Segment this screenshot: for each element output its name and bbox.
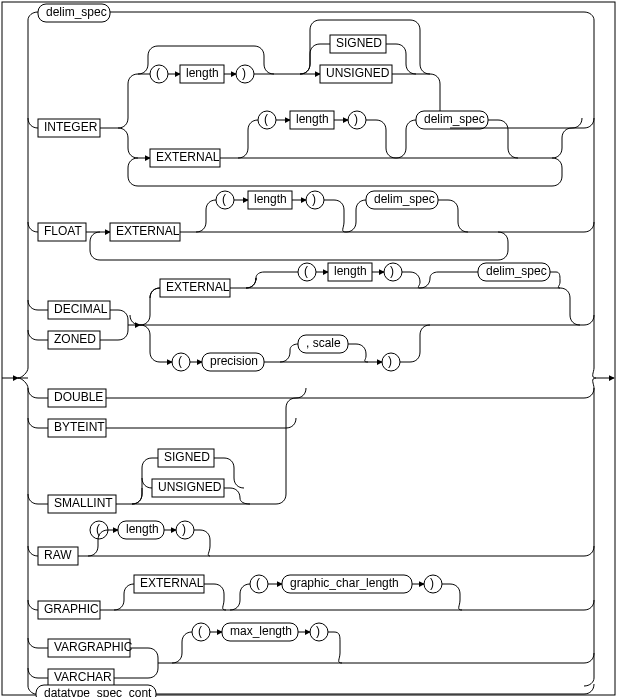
decimal-rparen: ) (390, 264, 394, 278)
graphic-char-length-label: graphic_char_length (290, 576, 399, 590)
integer-keyword-label: INTEGER (44, 120, 98, 134)
datatype-spec-cont-label: datatype_spec_cont (44, 686, 152, 697)
graphic-lparen: ( (256, 576, 260, 590)
varchar-keyword-label: VARCHAR (54, 670, 112, 684)
decimal-lparen2: ( (178, 354, 182, 368)
decimal-scale-label: , scale (306, 336, 341, 350)
delim-spec-top-label: delim_spec (46, 5, 107, 19)
raw-rparen: ) (182, 522, 186, 536)
integer-external-label: EXTERNAL (156, 150, 220, 164)
varg-lparen: ( (198, 624, 202, 638)
graphic-external-label: EXTERNAL (140, 576, 204, 590)
smallint-signed-label: SIGNED (164, 450, 210, 464)
decimal-precision-label: precision (210, 354, 258, 368)
float-length-label: length (254, 192, 287, 206)
integer-lparen1: ( (156, 66, 160, 80)
double-keyword-label: DOUBLE (54, 390, 103, 404)
decimal-length-label: length (334, 264, 367, 278)
integer-delim-spec-label: delim_spec (424, 112, 485, 126)
smallint-keyword-label: SMALLINT (54, 496, 113, 510)
integer-signed-label: SIGNED (336, 36, 382, 50)
varg-max-length-label: max_length (230, 624, 292, 638)
integer-length1-label: length (186, 66, 219, 80)
decimal-rparen2: ) (388, 354, 392, 368)
integer-length2-label: length (296, 112, 329, 126)
graphic-keyword-label: GRAPHIC (44, 602, 99, 616)
smallint-unsigned-label: UNSIGNED (158, 480, 222, 494)
raw-length-label: length (126, 522, 159, 536)
decimal-keyword-label: DECIMAL (54, 302, 108, 316)
float-delim-spec-label: delim_spec (374, 192, 435, 206)
float-rparen: ) (312, 192, 316, 206)
integer-unsigned-label: UNSIGNED (326, 66, 390, 80)
integer-rparen1: ) (242, 66, 246, 80)
decimal-external-label: EXTERNAL (166, 280, 230, 294)
integer-lparen2: ( (264, 112, 268, 126)
float-lparen: ( (222, 192, 226, 206)
decimal-delim-spec-label: delim_spec (486, 264, 547, 278)
zoned-keyword-label: ZONED (54, 332, 96, 346)
vargraphic-keyword-label: VARGRAPHIC (54, 640, 133, 654)
decimal-lparen: ( (304, 264, 308, 278)
float-keyword-label: FLOAT (44, 224, 82, 238)
raw-lparen: ( (96, 522, 100, 536)
float-external-label: EXTERNAL (116, 224, 180, 238)
varg-rparen: ) (316, 624, 320, 638)
graphic-rparen: ) (430, 576, 434, 590)
raw-keyword-label: RAW (44, 548, 72, 562)
integer-rparen2: ) (354, 112, 358, 126)
byteint-keyword-label: BYTEINT (54, 420, 105, 434)
